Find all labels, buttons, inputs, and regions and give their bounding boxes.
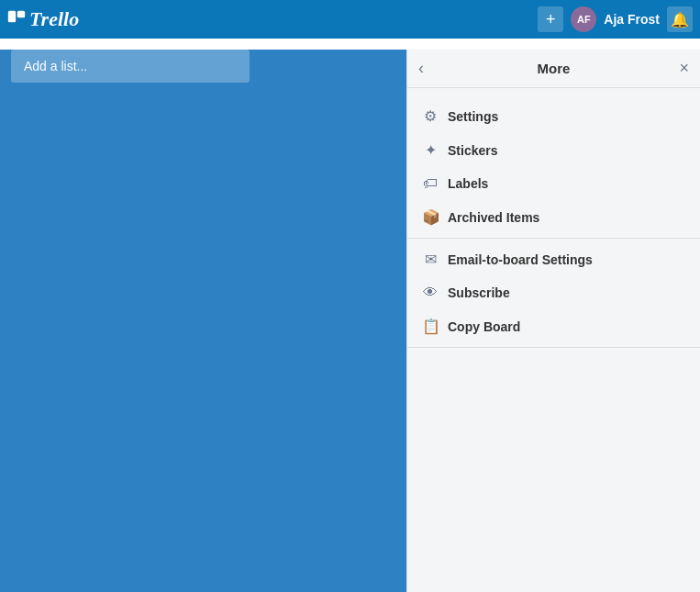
settings-item[interactable]: ⚙ Settings <box>407 99 700 133</box>
notifications-button[interactable]: 🔔 <box>667 6 693 32</box>
panel-close-button[interactable]: × <box>679 59 689 78</box>
board-area: Add a list... ‹ More × ⚙ Settings ✦ Stic… <box>0 50 700 592</box>
archived-items-label: Archived Items <box>448 210 539 225</box>
panel-title: More <box>538 61 571 76</box>
archived-items-item[interactable]: 📦 Archived Items <box>407 200 700 234</box>
stickers-label: Stickers <box>448 143 497 158</box>
archive-icon: 📦 <box>422 208 439 226</box>
panel-section-1: ⚙ Settings ✦ Stickers 🏷 Labels 📦 Archive… <box>407 95 700 239</box>
copy-board-label: Copy Board <box>448 319 520 334</box>
trello-logo-text: Trello <box>29 7 79 31</box>
add-button[interactable]: + <box>538 6 563 32</box>
email-to-board-item[interactable]: ✉ Email-to-board Settings <box>407 242 700 276</box>
stickers-item[interactable]: ✦ Stickers <box>407 133 700 167</box>
panel-back-button[interactable]: ‹ <box>418 59 424 78</box>
avatar: AF <box>571 6 596 32</box>
subscribe-item[interactable]: 👁 Subscribe <box>407 276 700 309</box>
panel-menu: ⚙ Settings ✦ Stickers 🏷 Labels 📦 Archive… <box>407 88 700 355</box>
eye-icon: 👁 <box>422 285 439 301</box>
labels-label: Labels <box>448 176 488 191</box>
username: Aja Frost <box>604 12 660 27</box>
copy-icon: 📋 <box>422 318 439 335</box>
settings-icon: ⚙ <box>422 107 439 125</box>
labels-item[interactable]: 🏷 Labels <box>407 167 700 200</box>
email-to-board-label: Email-to-board Settings <box>448 252 593 267</box>
email-icon: ✉ <box>422 251 439 268</box>
svg-rect-0 <box>8 11 16 22</box>
topnav: Trello + AF Aja Frost 🔔 <box>0 0 700 39</box>
copy-board-item[interactable]: 📋 Copy Board Copy Board × Title Team <box>407 309 700 343</box>
add-list-button[interactable]: Add a list... <box>11 50 250 83</box>
trello-icon <box>7 10 26 28</box>
settings-label: Settings <box>448 109 498 124</box>
panel-header: ‹ More × <box>407 50 700 88</box>
labels-icon: 🏷 <box>422 175 439 192</box>
stickers-icon: ✦ <box>422 141 439 159</box>
right-panel: ‹ More × ⚙ Settings ✦ Stickers 🏷 Labels <box>406 50 700 592</box>
trello-logo: Trello <box>7 7 79 31</box>
svg-rect-1 <box>17 11 25 17</box>
panel-section-2: ✉ Email-to-board Settings 👁 Subscribe 📋 … <box>407 239 700 348</box>
subscribe-label: Subscribe <box>448 285 510 300</box>
